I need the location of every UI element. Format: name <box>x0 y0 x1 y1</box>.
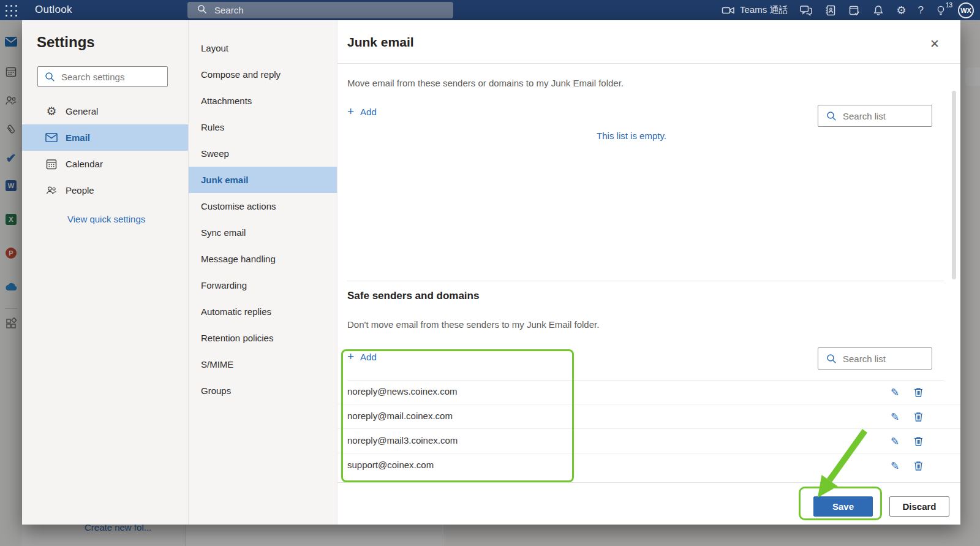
chat-button[interactable] <box>799 4 813 17</box>
tasks-button[interactable] <box>848 4 861 17</box>
notifications-button[interactable] <box>872 4 884 17</box>
delete-trash-icon[interactable] <box>911 385 925 400</box>
settings-modal: Settings ⚙ General Email <box>22 20 960 525</box>
save-button[interactable]: Save <box>813 496 873 517</box>
edit-pencil-icon[interactable]: ✎ <box>888 434 902 449</box>
calendar-icon <box>45 158 58 170</box>
help-icon: ? <box>918 4 924 17</box>
settings-nav-panel: Settings ⚙ General Email <box>22 20 188 525</box>
menu-item-attachments[interactable]: Attachments <box>189 88 337 114</box>
header-divider <box>337 63 960 64</box>
people-icon <box>45 184 58 196</box>
global-search[interactable] <box>187 2 453 18</box>
menu-item-sweep[interactable]: Sweep <box>189 140 337 167</box>
nav-label: People <box>66 185 94 195</box>
teams-call-label: Teams 通話 <box>740 4 788 16</box>
safe-sender-address: noreply@news.coinex.com <box>347 386 457 396</box>
bell-icon <box>872 4 884 17</box>
settings-button[interactable]: ⚙ <box>896 4 906 17</box>
menu-item-groups[interactable]: Groups <box>189 377 337 404</box>
tips-button[interactable]: 13 <box>935 4 946 17</box>
section-divider <box>347 281 944 281</box>
account-avatar[interactable]: WX <box>958 2 974 18</box>
video-camera-icon <box>722 4 735 17</box>
settings-nav-email[interactable]: Email <box>22 124 188 151</box>
search-icon <box>826 354 837 366</box>
calendar-check-icon <box>848 4 861 17</box>
tips-badge: 13 <box>946 2 952 9</box>
delete-trash-icon[interactable] <box>911 458 925 473</box>
blocked-search-input[interactable] <box>843 106 929 126</box>
nav-label: Calendar <box>66 159 103 169</box>
page-title: Junk email <box>347 35 414 50</box>
list-item: noreply@mail3.coinex.com ✎ <box>337 429 960 453</box>
menu-item-smime[interactable]: S/MIME <box>189 351 337 377</box>
email-settings-menu: Layout Compose and reply Attachments Rul… <box>188 20 337 525</box>
search-icon <box>826 111 837 124</box>
scrollbar-thumb[interactable] <box>952 91 956 279</box>
menu-item-forwarding[interactable]: Forwarding <box>189 272 337 298</box>
delete-trash-icon[interactable] <box>911 409 925 424</box>
delete-trash-icon[interactable] <box>911 434 925 449</box>
chat-icon <box>799 4 813 17</box>
safe-search-list[interactable] <box>818 347 932 370</box>
nav-label: General <box>66 106 98 116</box>
menu-item-layout[interactable]: Layout <box>189 35 337 61</box>
safe-sender-address: noreply@mail.coinex.com <box>347 411 453 421</box>
menu-item-compose-and-reply[interactable]: Compose and reply <box>189 61 337 88</box>
menu-item-message-handling[interactable]: Message handling <box>189 246 337 272</box>
safe-senders-list: noreply@news.coinex.com ✎ noreply@mail.c… <box>337 380 960 478</box>
search-icon <box>45 72 55 85</box>
safe-senders-description: Don't move email from these senders to m… <box>347 319 599 330</box>
settings-nav-people[interactable]: People <box>22 177 188 203</box>
settings-nav-calendar[interactable]: Calendar <box>22 151 188 177</box>
edit-pencil-icon[interactable]: ✎ <box>888 409 902 424</box>
safe-sender-address: support@coinex.com <box>347 460 434 470</box>
settings-search-input[interactable] <box>61 67 164 86</box>
list-item: support@coinex.com ✎ <box>337 453 960 478</box>
edit-pencil-icon[interactable]: ✎ <box>888 458 902 473</box>
menu-item-rules[interactable]: Rules <box>189 114 337 140</box>
envelope-icon <box>45 132 58 143</box>
safe-senders-heading: Safe senders and domains <box>347 290 479 302</box>
plus-icon: + <box>347 106 354 117</box>
gear-icon: ⚙ <box>45 104 58 118</box>
safe-search-input[interactable] <box>843 349 929 368</box>
safe-sender-address: noreply@mail3.coinex.com <box>347 435 458 446</box>
suite-header: Outlook Teams 通話 <box>0 0 980 20</box>
list-item: noreply@mail.coinex.com ✎ <box>337 404 960 429</box>
menu-item-sync-email[interactable]: Sync email <box>189 219 337 246</box>
menu-item-customise-actions[interactable]: Customise actions <box>189 193 337 219</box>
menu-item-junk-email[interactable]: Junk email <box>189 167 337 193</box>
view-quick-settings-link[interactable]: View quick settings <box>67 214 145 224</box>
address-book-button[interactable] <box>824 4 837 17</box>
plus-icon: + <box>347 351 354 362</box>
footer-divider <box>337 482 960 483</box>
settings-title: Settings <box>37 34 95 51</box>
blocked-add-button[interactable]: + Add <box>347 106 377 117</box>
global-search-input[interactable] <box>214 5 423 15</box>
blocked-list-empty-text: This list is empty. <box>337 131 925 141</box>
list-item: noreply@news.coinex.com ✎ <box>337 380 960 404</box>
discard-button[interactable]: Discard <box>889 496 949 517</box>
safe-add-button[interactable]: + Add <box>347 351 377 362</box>
gear-icon: ⚙ <box>896 4 906 17</box>
blocked-search-list[interactable] <box>818 105 932 127</box>
settings-search[interactable] <box>37 66 168 87</box>
nav-label: Email <box>66 132 90 143</box>
app-launcher-icon[interactable] <box>4 3 18 18</box>
settings-nav-general[interactable]: ⚙ General <box>22 98 188 124</box>
blocked-senders-description: Move email from these senders or domains… <box>347 78 624 88</box>
search-icon <box>197 4 207 17</box>
close-icon[interactable]: ✕ <box>927 36 942 51</box>
outlook-brand: Outlook <box>35 4 72 16</box>
teams-call-button[interactable]: Teams 通話 <box>722 4 788 17</box>
outlook-settings-screen: Outlook Teams 通話 <box>0 0 980 546</box>
address-book-icon <box>824 4 837 17</box>
lightbulb-icon <box>935 4 946 17</box>
junk-email-pane: Junk email ✕ Move email from these sende… <box>337 20 960 525</box>
menu-item-retention-policies[interactable]: Retention policies <box>189 325 337 351</box>
edit-pencil-icon[interactable]: ✎ <box>888 385 902 400</box>
menu-item-automatic-replies[interactable]: Automatic replies <box>189 298 337 325</box>
help-button[interactable]: ? <box>918 4 924 17</box>
